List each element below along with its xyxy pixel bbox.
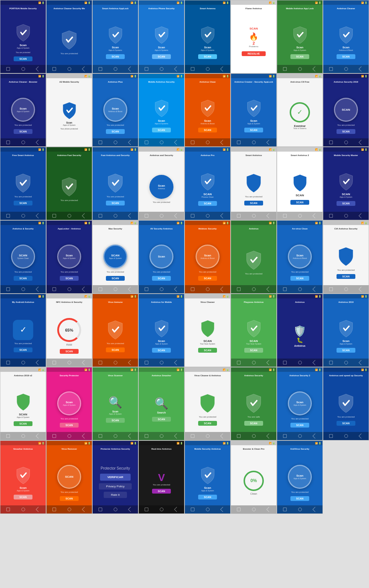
nav-bar xyxy=(323,138,369,146)
app-title-bar: Mobile Security Antivirus xyxy=(185,445,230,453)
app-title-bar: Antivirus Smasher xyxy=(139,372,184,379)
nav-bar xyxy=(46,285,92,293)
app-screen: 📶 🔋 Fast Antivirus and Security You are … xyxy=(93,147,138,220)
app-cell: 📶 🔋 Anti-virus C9 Free ✓ Examinar Todo e… xyxy=(277,73,323,147)
status-bar: 📶 🔋 xyxy=(277,294,323,298)
nav-bar xyxy=(46,359,92,367)
app-cell: 📶 🔋 Antivirus Security You are safe SCAN xyxy=(231,367,277,440)
app-title-bar: Antivirus Cleaner - Booster xyxy=(0,78,46,86)
nav-bar xyxy=(323,432,369,440)
status-bar: 📶 🔋 xyxy=(323,147,369,152)
status-bar: 📶 🔋 xyxy=(277,74,323,78)
app-screen: 📶 🔋 Security Protector Scan Apps & Syste… xyxy=(46,367,92,440)
app-cell: 📶 🔋 AV Security Antivirus Scan You are p… xyxy=(138,220,184,294)
app-screen: 📶 🔋 Antivirus for Mobile Scan Apps & Sys… xyxy=(139,294,184,367)
status-bar: 📶 🔋 xyxy=(93,0,138,5)
status-bar: 📶 🔋 xyxy=(93,221,138,225)
nav-bar xyxy=(139,359,184,367)
app-title-bar: Flame Antivirus xyxy=(231,5,276,12)
app-screen: 📶 🔋 Mobile Security Antivirus Scan Apps … xyxy=(185,441,230,513)
nav-bar xyxy=(139,505,184,513)
nav-bar xyxy=(93,285,138,293)
app-title-bar: A2 Mobile Security xyxy=(46,78,92,86)
app-title-bar: Antivirus Phone Security xyxy=(139,5,184,12)
nav-bar xyxy=(323,285,369,293)
app-screen: 📶 🔋 Real-time Antivirus V You are protec… xyxy=(139,441,184,513)
app-cell: 📶 🔋 Mobile Antivirus App Lock Scan Apps … xyxy=(277,0,323,73)
app-screen: 📶 🔋 Free Smart Antivirus You are protect… xyxy=(0,147,46,220)
app-cell: 📶 🔋 Antivirus and Security Scan Antiviru… xyxy=(138,147,184,220)
nav-bar xyxy=(93,212,138,220)
app-title-bar: CIA Antivirus Security xyxy=(323,225,369,232)
nav-bar xyxy=(0,285,46,293)
app-title-bar: Virus Cleaner xyxy=(185,298,230,306)
app-title-bar: Virus Remover xyxy=(46,445,92,453)
nav-bar xyxy=(277,212,323,220)
app-title-bar: Smart Antivirus xyxy=(231,152,276,159)
app-title-bar: Booster & Clean Pro xyxy=(231,445,276,453)
status-bar: 📶 🔋 xyxy=(277,147,323,152)
app-title-bar: NFC Antivirus & Security xyxy=(46,298,92,306)
app-cell: 📶 🔋 NFC Antivirus & Security 65% RAM SCA… xyxy=(46,294,92,367)
app-title-bar: Smart Antenna xyxy=(185,5,230,12)
app-screen: 📶 🔋 Antivirus Security 2019 SCAN You are… xyxy=(323,74,369,146)
status-bar: 📶 🔋 xyxy=(323,74,369,78)
app-screen: 📶 🔋 Virus Cleaner & Antivirus You are pr… xyxy=(185,367,230,440)
app-cell: 📶 🔋 Fast Antivirus and Security You are … xyxy=(92,147,138,220)
app-screen: 📶 🔋 Antivirus Cleaner Security Me You ar… xyxy=(46,0,92,73)
app-cell: 📶 🔋 Flame Antivirus SCAN 🔥 2 Problems RE… xyxy=(231,0,277,73)
status-bar: 📶 🔋 xyxy=(93,441,138,445)
app-title-bar: Protector Antivirus Security xyxy=(93,445,138,453)
app-cell: 📶 🔋 Virus Remover SCAN You are protected… xyxy=(46,440,92,514)
status-bar: 📶 🔋 xyxy=(323,367,369,372)
app-title-bar: Antivirus Clean xyxy=(185,78,230,86)
nav-bar xyxy=(139,138,184,146)
status-bar: 📶 🔋 xyxy=(46,0,92,5)
app-title-bar: Antivirus Security xyxy=(231,372,276,379)
app-screen: 📶 🔋 Antivirus Fast Security You are prot… xyxy=(46,147,92,220)
nav-bar xyxy=(0,212,46,220)
app-title-bar: Max Security xyxy=(93,225,138,232)
app-screen: 📶 🔋 Flame Antivirus SCAN 🔥 2 Problems RE… xyxy=(231,0,276,73)
nav-bar xyxy=(185,65,230,73)
app-screen: 📶 🔋 Antivirus and speed up Security You … xyxy=(323,367,369,440)
app-cell: 📶 🔋 Real-time Antivirus V You are protec… xyxy=(138,440,184,514)
status-bar: 📶 🔋 xyxy=(139,441,184,445)
app-cell: 📶 🔋 Antivirus for Mobile Scan Apps & Sys… xyxy=(138,294,184,367)
status-bar: 📶 🔋 xyxy=(139,74,184,78)
app-title-bar: Virus Immune xyxy=(93,298,138,306)
app-cell: 📶 🔋 Antivirus Cleaner Security Me You ar… xyxy=(46,0,92,73)
nav-bar xyxy=(277,505,323,513)
status-bar: 📶 🔋 xyxy=(231,221,276,225)
app-cell: 📶 🔋 Antivirus Phone Security Scan Apps &… xyxy=(138,0,184,73)
app-cell: 📶 🔋 Smasher Antivirus Scan Apps & System… xyxy=(0,440,46,514)
status-bar: 📶 🔋 xyxy=(93,367,138,372)
app-title-bar: My Android Antivirus xyxy=(0,298,46,306)
app-screen: 📶 🔋 Antivirus Smasher 🔍 Search SCAN xyxy=(139,367,184,440)
app-cell: 📶 🔋 Antivirus Plus Scan Antivirus & Boos… xyxy=(92,73,138,147)
app-screen: 📶 🔋 Anti-virus C9 Free ✓ Examinar Todo e… xyxy=(277,74,323,146)
status-bar: 📶 🔋 xyxy=(185,367,230,372)
app-screen: 📶 🔋 Mobisec Security Scan Antivirus & Bo… xyxy=(185,221,230,293)
nav-bar xyxy=(231,285,276,293)
app-grid: 📶 🔋 PORTISAI Mobile Security Scan Apps &… xyxy=(0,0,369,514)
app-screen: 📶 🔋 Antivirus Creator - Security AppLock… xyxy=(231,74,276,146)
nav-bar xyxy=(323,359,369,367)
app-title-bar: Antivirus Fast Security xyxy=(46,152,92,159)
status-bar: 📶 🔋 xyxy=(46,367,92,372)
app-cell: 📶 🔋 My Android Antivirus ✓ You are prote… xyxy=(0,294,46,367)
nav-bar xyxy=(139,285,184,293)
app-cell: 📶 🔋 Antivirus Security 2 Scan Apps & Sys… xyxy=(277,367,323,440)
status-bar: 📶 🔋 xyxy=(231,441,276,445)
nav-bar xyxy=(139,65,184,73)
app-cell: 📶 🔋 Smart Antenna Scan Apps & Systems SC… xyxy=(184,0,231,73)
app-screen: 📶 🔋 A2 Mobile Security Scan Apps & Syste… xyxy=(46,74,92,146)
app-title-bar: Antivirus & Security xyxy=(0,225,46,232)
app-title-bar: Antivirus and speed up Security xyxy=(323,372,369,379)
app-title-bar: AntiVirus Security xyxy=(277,445,323,453)
app-title-bar: Antivirus and Security xyxy=(139,152,184,159)
app-cell: 📶 🔋 Free Smart Antivirus You are protect… xyxy=(0,147,46,220)
app-screen: 📶 🔋 Antivirus Security You are safe SCAN xyxy=(231,367,276,440)
app-title-bar: Antivirus Plus xyxy=(93,78,138,86)
app-title-bar: PORTISAI Mobile Security xyxy=(0,5,46,12)
